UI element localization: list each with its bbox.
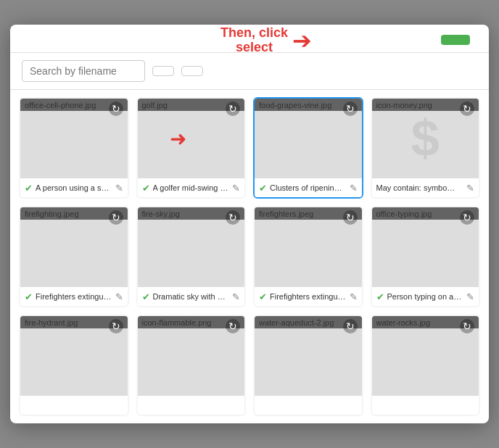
- caption-text: A person using a smartp...: [36, 183, 112, 192]
- image-thumbnail: water-aqueduct-2.jpg↻: [255, 316, 362, 396]
- image-card[interactable]: fire-sky.jpg↻✔Dramatic sky with sunra...…: [136, 206, 247, 307]
- image-thumbnail: water-rocks.jpg↻: [372, 316, 479, 396]
- refresh-icon[interactable]: ↻: [226, 210, 240, 225]
- refresh-icon[interactable]: ↻: [109, 319, 123, 333]
- image-card[interactable]: icon-flammable.png↻: [136, 315, 247, 416]
- annotation-label: Then, clickselect: [220, 26, 288, 55]
- search-input[interactable]: [22, 60, 145, 82]
- check-icon: ✔: [142, 183, 150, 194]
- edit-icon[interactable]: ✎: [115, 183, 123, 194]
- refresh-icon[interactable]: ↻: [109, 101, 123, 116]
- check-icon: ✔: [25, 291, 33, 302]
- check-icon: ✔: [259, 183, 267, 194]
- refresh-icon[interactable]: ↻: [460, 210, 474, 225]
- card-caption: ✔Firefighters extinguishi...✎: [255, 287, 362, 306]
- caption-text: Firefighters extinguishi...: [270, 292, 347, 301]
- card-caption: ✔Person typing on a lapto...✎: [372, 287, 479, 306]
- image-thumbnail: fire-sky.jpg↻: [138, 207, 245, 287]
- card-caption: ✔A golfer mid-swing on a...✎: [138, 178, 245, 197]
- refresh-icon[interactable]: ↻: [460, 319, 474, 333]
- card-caption: ✔A person using a smartp...✎: [20, 178, 128, 197]
- edit-icon[interactable]: ✎: [232, 183, 240, 194]
- image-card[interactable]: firefighting.jpeg↻✔Firefighters extingui…: [19, 206, 129, 307]
- upload-button[interactable]: [181, 66, 203, 76]
- caption-text: May contain: symbol, nu...: [376, 183, 456, 192]
- image-card[interactable]: firefighters.jpeg↻✔Firefighters extingui…: [253, 206, 363, 307]
- header-annotation: Then, clickselect ➔: [220, 26, 312, 55]
- check-icon: ✔: [142, 291, 150, 302]
- image-card[interactable]: office-cell-phone.jpg↻✔A person using a …: [19, 97, 129, 199]
- check-icon: ✔: [259, 291, 267, 302]
- refresh-icon[interactable]: ↻: [343, 319, 358, 333]
- golf-arrow-icon: ➜: [170, 127, 186, 151]
- dollar-sign-icon: $: [411, 109, 440, 167]
- image-card[interactable]: office-typing.jpg↻✔Person typing on a la…: [371, 206, 481, 307]
- image-thumbnail: office-cell-phone.jpg↻: [20, 99, 128, 178]
- refresh-icon[interactable]: ↻: [460, 101, 474, 116]
- modal-header: Then, clickselect ➔: [10, 25, 489, 53]
- edit-icon[interactable]: ✎: [232, 291, 240, 302]
- edit-icon[interactable]: ✎: [466, 291, 474, 302]
- card-caption-partial: [138, 396, 245, 415]
- refresh-icon[interactable]: ↻: [226, 319, 240, 333]
- caption-text: Firefighters extinguishi...: [36, 292, 112, 301]
- modal-toolbar: [10, 53, 489, 90]
- image-thumbnail: firefighters.jpeg↻: [255, 207, 362, 287]
- image-thumbnail: icon-money.png↻$: [372, 99, 479, 178]
- edit-icon[interactable]: ✎: [350, 183, 358, 194]
- caption-text: A golfer mid-swing on a...: [153, 183, 230, 192]
- stock-photography-button[interactable]: [152, 66, 174, 76]
- image-grid: office-cell-phone.jpg↻✔A person using a …: [19, 97, 480, 416]
- image-thumbnail: office-typing.jpg↻: [372, 207, 479, 287]
- check-icon: ✔: [25, 183, 33, 194]
- red-arrow-icon: ➔: [292, 29, 312, 52]
- image-card[interactable]: water-rocks.jpg↻: [371, 315, 481, 416]
- image-thumbnail: food-grapes-vine.jpg↻: [255, 99, 362, 178]
- image-thumbnail: icon-flammable.png↻: [138, 316, 245, 396]
- header-actions: [441, 35, 477, 45]
- card-caption: ✔Firefighters extinguishi...✎: [20, 287, 128, 306]
- card-caption-partial: [20, 396, 128, 415]
- card-caption: May contain: symbol, nu...✎: [372, 178, 479, 197]
- select-image-modal: Then, clickselect ➔ office-cell-phone.jp…: [10, 25, 489, 423]
- card-caption: ✔Dramatic sky with sunra...✎: [138, 287, 245, 306]
- card-caption-partial: [372, 396, 479, 415]
- image-thumbnail: firefighting.jpeg↻: [20, 207, 128, 287]
- edit-icon[interactable]: ✎: [115, 291, 123, 302]
- image-card[interactable]: fire-hydrant.jpg↻: [19, 315, 129, 416]
- image-card[interactable]: food-grapes-vine.jpg↻✔Clusters of ripeni…: [253, 97, 363, 199]
- caption-text: Person typing on a lapto...: [387, 292, 464, 301]
- image-card[interactable]: water-aqueduct-2.jpg↻: [253, 315, 363, 416]
- image-card[interactable]: icon-money.png↻$May contain: symbol, nu.…: [371, 97, 481, 199]
- check-icon: ✔: [376, 291, 384, 302]
- edit-icon[interactable]: ✎: [466, 183, 474, 194]
- refresh-icon[interactable]: ↻: [343, 101, 358, 116]
- select-button[interactable]: [441, 35, 470, 45]
- caption-text: Clusters of ripening gra...: [270, 183, 347, 192]
- image-card[interactable]: golf.jpg↻➜✔A golfer mid-swing on a...✎: [136, 97, 247, 199]
- card-caption-partial: [255, 396, 362, 415]
- edit-icon[interactable]: ✎: [350, 291, 358, 302]
- refresh-icon[interactable]: ↻: [226, 101, 240, 116]
- image-thumbnail: fire-hydrant.jpg↻: [20, 316, 128, 396]
- refresh-icon[interactable]: ↻: [343, 210, 358, 225]
- card-caption: ✔Clusters of ripening gra...✎: [255, 178, 362, 197]
- image-thumbnail: golf.jpg↻➜: [138, 99, 245, 178]
- caption-text: Dramatic sky with sunra...: [153, 292, 230, 301]
- modal-body: office-cell-phone.jpg↻✔A person using a …: [10, 90, 489, 423]
- refresh-icon[interactable]: ↻: [109, 210, 123, 225]
